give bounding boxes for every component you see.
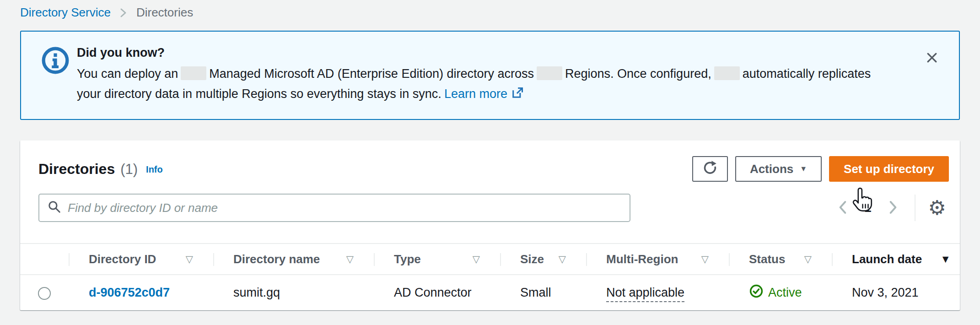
column-header-status[interactable]: Status▽ (729, 244, 832, 275)
check-circle-icon (749, 284, 764, 302)
column-header-multi-region[interactable]: Multi-Region▽ (586, 244, 729, 275)
status-text: Active (768, 286, 802, 300)
breadcrumb: Directory Service Directories (20, 0, 960, 20)
redacted-word (181, 66, 206, 80)
column-label: Status (749, 252, 785, 266)
redacted-word (714, 66, 740, 80)
column-label: Launch date (852, 252, 922, 266)
directories-count: (1) (120, 161, 138, 178)
panel-title-group: Directories (1) Info (38, 161, 163, 178)
actions-button[interactable]: Actions ▼ (735, 156, 822, 182)
caret-down-icon: ▼ (800, 165, 807, 173)
column-header-directory-id[interactable]: Directory ID▽ (69, 244, 213, 275)
breadcrumb-current: Directories (136, 5, 193, 20)
settings-button[interactable]: ⚙ (926, 198, 949, 218)
info-link[interactable]: Info (146, 164, 163, 175)
banner-content: Did you know? You can deploy anManaged M… (77, 43, 914, 105)
sort-caret-icon[interactable]: ▽ (559, 254, 566, 265)
chevron-right-icon (120, 7, 127, 18)
row-select-cell (20, 275, 69, 310)
column-label: Type (394, 252, 421, 266)
page-title: Directories (38, 161, 115, 178)
directories-table: Directory ID▽ Directory name▽ Type▽ Size… (20, 243, 960, 310)
filter-row: 1 ⚙ (20, 194, 960, 222)
banner-close-button[interactable] (923, 49, 941, 68)
learn-more-link[interactable]: Learn more (444, 87, 507, 101)
column-label: Directory ID (89, 252, 156, 266)
refresh-button[interactable] (692, 156, 728, 182)
column-label: Size (520, 252, 544, 266)
cell-directory-id: d-906752c0d7 (69, 275, 213, 310)
row-radio-button[interactable] (38, 287, 51, 300)
search-box (38, 194, 630, 222)
current-page-number: 1 (864, 200, 872, 215)
redacted-word (537, 66, 562, 80)
sort-caret-icon[interactable]: ▽ (346, 254, 354, 265)
column-label: Multi-Region (606, 252, 678, 266)
info-circle-icon (41, 46, 70, 76)
status-badge: Active (749, 284, 812, 302)
toolbar-buttons: Actions ▼ Set up directory (692, 156, 949, 182)
banner-text-segment: Regions. Once configured, (565, 67, 711, 81)
sort-caret-icon[interactable]: ▽ (701, 254, 709, 265)
did-you-know-banner: Did you know? You can deploy anManaged M… (20, 31, 960, 120)
chevron-left-icon (838, 200, 848, 216)
column-header-type[interactable]: Type▽ (374, 244, 500, 275)
banner-text-segment: your directory data in multiple Regions … (77, 87, 442, 101)
actions-button-label: Actions (750, 162, 793, 176)
sort-caret-icon[interactable]: ▼ (940, 253, 951, 265)
column-header-size[interactable]: Size▽ (500, 244, 586, 275)
banner-text-segment: Managed Microsoft AD (Enterprise Edition… (209, 67, 534, 81)
next-page-button[interactable] (883, 197, 903, 219)
directories-panel: Directories (1) Info Actions ▼ (20, 141, 960, 310)
cell-launch-date: Nov 3, 2021 (832, 275, 960, 310)
column-header-directory-name[interactable]: Directory name▽ (213, 244, 374, 275)
sort-caret-icon[interactable]: ▽ (473, 254, 480, 265)
column-header-launch-date[interactable]: Launch date▼ (832, 244, 960, 275)
table-row: d-906752c0d7 sumit.gq AD Connector Small… (20, 275, 960, 310)
banner-text-line-2: your directory data in multiple Regions … (77, 84, 914, 105)
cell-directory-name: sumit.gq (213, 275, 374, 310)
previous-page-button[interactable] (833, 197, 852, 219)
panel-header: Directories (1) Info Actions ▼ (20, 141, 960, 182)
chevron-right-icon (888, 200, 898, 216)
cell-size: Small (500, 275, 586, 310)
cell-status: Active (729, 275, 832, 310)
set-up-directory-button[interactable]: Set up directory (829, 156, 949, 182)
header-select-column (20, 244, 69, 275)
directory-id-link[interactable]: d-906752c0d7 (89, 286, 170, 299)
divider (915, 195, 915, 221)
banner-text-line-1: You can deploy anManaged Microsoft AD (E… (77, 64, 914, 84)
banner-text-segment: automatically replicates (743, 67, 871, 81)
banner-text-segment: You can deploy an (77, 67, 178, 81)
cell-type: AD Connector (374, 275, 500, 310)
refresh-icon (702, 159, 718, 179)
table-header: Directory ID▽ Directory name▽ Type▽ Size… (20, 244, 960, 275)
gear-icon: ⚙ (928, 196, 946, 219)
search-input[interactable] (68, 201, 621, 215)
external-link-icon (511, 85, 524, 105)
multi-region-tooltip-trigger[interactable]: Not applicable (606, 286, 684, 302)
pagination: 1 ⚙ (833, 195, 949, 221)
page: Directory Service Directories Did you kn… (0, 0, 980, 310)
cell-multi-region: Not applicable (586, 275, 729, 310)
sort-caret-icon[interactable]: ▽ (186, 254, 193, 265)
close-icon (925, 59, 939, 66)
search-icon (48, 200, 61, 216)
breadcrumb-link-directory-service[interactable]: Directory Service (20, 5, 111, 20)
sort-caret-icon[interactable]: ▽ (804, 254, 812, 265)
banner-title: Did you know? (77, 43, 914, 62)
column-label: Directory name (233, 252, 320, 266)
